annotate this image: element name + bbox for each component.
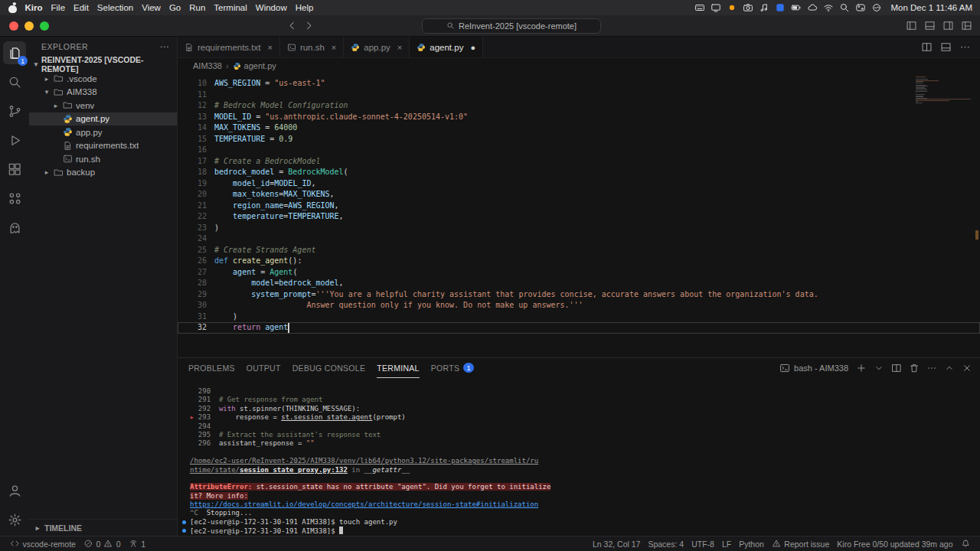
ports-status[interactable]: 1 (125, 536, 149, 551)
code-line[interactable]: 27 agent = Agent( (178, 267, 980, 279)
code-line[interactable]: 22 temperature=TEMPERATURE, (178, 211, 980, 223)
close-icon[interactable]: × (267, 43, 272, 52)
menubar-clock[interactable]: Mon Dec 1 11:46 AM (887, 3, 972, 12)
activity-explorer[interactable]: 1 (3, 41, 26, 64)
cursor-position[interactable]: Ln 32, Col 17 (589, 540, 644, 549)
activity-source-control[interactable] (3, 99, 26, 122)
tree-item-backup[interactable]: ▸backup (29, 166, 177, 180)
tree-item-agent-py[interactable]: agent.py (29, 112, 177, 126)
code-line[interactable]: 16 (178, 145, 980, 156)
panel-tab-debug-console[interactable]: DEBUG CONSOLE (292, 358, 366, 378)
toggle-secondary-sidebar[interactable] (942, 20, 954, 31)
report-issue[interactable]: Report issue (768, 539, 833, 549)
minimize-window-button[interactable] (24, 21, 34, 31)
split-editor[interactable] (921, 41, 933, 53)
toggle-editor-layout[interactable] (940, 41, 952, 53)
tab-agent-py[interactable]: agent.py● (410, 37, 483, 57)
code-line[interactable]: 11 (178, 90, 980, 101)
breadcrumb[interactable]: AIM338›agent.py (178, 58, 980, 73)
maximize-panel[interactable] (944, 363, 955, 373)
kiro-usage[interactable]: Kiro Free 0/50 updated 39m ago (833, 540, 956, 549)
terminal-picker[interactable] (874, 363, 884, 373)
indentation[interactable]: Spaces: 4 (644, 540, 688, 549)
tree-item-venv[interactable]: ▸venv (29, 99, 177, 112)
code-line[interactable]: 24 (178, 233, 980, 245)
close-icon[interactable]: × (397, 43, 402, 52)
code-line[interactable]: 26def create_agent(): (178, 256, 980, 267)
menu-file[interactable]: File (47, 3, 70, 12)
minimap[interactable] (916, 77, 974, 104)
new-terminal[interactable] (856, 363, 867, 373)
encoding[interactable]: UTF-8 (688, 540, 718, 549)
code-line[interactable]: 12# Bedrock Model Configuration (178, 100, 980, 112)
tab-run-sh[interactable]: run.sh× (280, 37, 344, 57)
activity-run-debug[interactable] (3, 129, 26, 152)
tree-item-app-py[interactable]: app.py (29, 126, 177, 139)
notifications[interactable] (957, 539, 975, 549)
menu-selection[interactable]: Selection (93, 3, 137, 12)
activity-kiro-assistant[interactable] (3, 216, 26, 239)
code-line[interactable]: 10AWS_REGION = "us-east-1" (178, 78, 980, 90)
tab-app-py[interactable]: app.py× (344, 37, 410, 57)
code-line[interactable]: 23) (178, 223, 980, 234)
more-editor-actions[interactable] (959, 41, 971, 53)
breadcrumb-item-agent.py[interactable]: agent.py (233, 61, 276, 70)
menu-window[interactable]: Window (251, 3, 291, 12)
tree-item--vscode[interactable]: ▸.vscode (29, 72, 177, 86)
activity-remote-apps[interactable] (3, 187, 26, 210)
activity-account[interactable] (3, 479, 26, 502)
panel-tab-output[interactable]: OUTPUT (247, 358, 281, 378)
tab-requirements-txt[interactable]: requirements.txt× (178, 37, 280, 57)
problems-status[interactable]: 0 0 (80, 536, 125, 551)
code-editor[interactable]: 10AWS_REGION = "us-east-1"1112# Bedrock … (178, 73, 980, 357)
eol[interactable]: LF (718, 540, 735, 549)
more-actions-icon[interactable]: ⋯ (160, 41, 170, 52)
apple-menu-icon[interactable] (8, 2, 18, 14)
close-panel[interactable] (962, 363, 972, 373)
zoom-window-button[interactable] (40, 21, 49, 31)
panel-tab-terminal[interactable]: TERMINAL (377, 358, 420, 378)
code-line[interactable]: 14MAX_TOKENS = 64000 (178, 122, 980, 134)
code-line[interactable]: 28 model=bedrock_model, (178, 278, 980, 289)
code-line[interactable]: 18bedrock_model = BedrockModel( (178, 167, 980, 178)
close-icon[interactable]: × (332, 43, 336, 52)
command-center-search[interactable]: ReInvent-2025 [vscode-remote] (422, 18, 601, 34)
code-line[interactable]: 19 model_id=MODEL_ID, (178, 178, 980, 190)
menu-go[interactable]: Go (165, 3, 185, 12)
menu-kiro[interactable]: Kiro (21, 3, 47, 12)
modified-indicator[interactable]: ● (470, 43, 475, 52)
code-line[interactable]: 20 max_tokens=MAX_TOKENS, (178, 189, 980, 201)
panel-tab-ports[interactable]: PORTS1 (431, 358, 474, 378)
code-line[interactable]: 30 Answer question only if you know. Do … (178, 300, 980, 311)
code-line[interactable]: 29 system_prompt='''You are a helpful ch… (178, 289, 980, 301)
activity-search[interactable] (3, 70, 26, 93)
panel-tab-problems[interactable]: PROBLEMS (188, 358, 235, 378)
terminal-instance-label[interactable]: bash - AIM338 (779, 363, 848, 373)
split-terminal[interactable] (891, 363, 902, 373)
terminal-output[interactable]: 290 291 # Get response from agent 292 wi… (178, 378, 980, 536)
breadcrumb-item-aim338[interactable]: AIM338 (193, 61, 222, 70)
code-line[interactable]: 25# Create Strands Agent (178, 245, 980, 256)
toggle-primary-sidebar[interactable] (906, 20, 917, 31)
code-line[interactable]: 31 ) (178, 311, 980, 323)
tree-item-requirements-txt[interactable]: requirements.txt (29, 139, 177, 153)
customize-layout[interactable] (961, 20, 972, 31)
menu-view[interactable]: View (138, 3, 165, 12)
menu-help[interactable]: Help (291, 3, 318, 12)
kill-terminal[interactable] (909, 363, 920, 373)
code-line[interactable]: 13MODEL_ID = "us.anthropic.claude-sonnet… (178, 112, 980, 123)
remote-indicator[interactable]: vscode-remote (6, 536, 80, 551)
workspace-root-folder[interactable]: ▾ REINVENT-2025 [VSCODE-REMOTE] (29, 57, 177, 72)
activity-settings[interactable] (3, 508, 26, 531)
toggle-panel[interactable] (924, 20, 936, 31)
tree-item-run-sh[interactable]: run.sh (29, 152, 177, 166)
close-window-button[interactable] (9, 21, 18, 31)
timeline-section[interactable]: ▸ TIMELINE (29, 519, 177, 536)
activity-extensions[interactable] (3, 158, 26, 181)
more-terminal-actions[interactable] (926, 363, 937, 373)
code-line[interactable]: 32 return agent (178, 322, 980, 334)
menu-edit[interactable]: Edit (70, 3, 93, 12)
menu-run[interactable]: Run (185, 3, 210, 12)
code-line[interactable]: 15TEMPERATURE = 0.9 (178, 134, 980, 145)
code-line[interactable]: 17# Create a BedrockModel (178, 156, 980, 168)
